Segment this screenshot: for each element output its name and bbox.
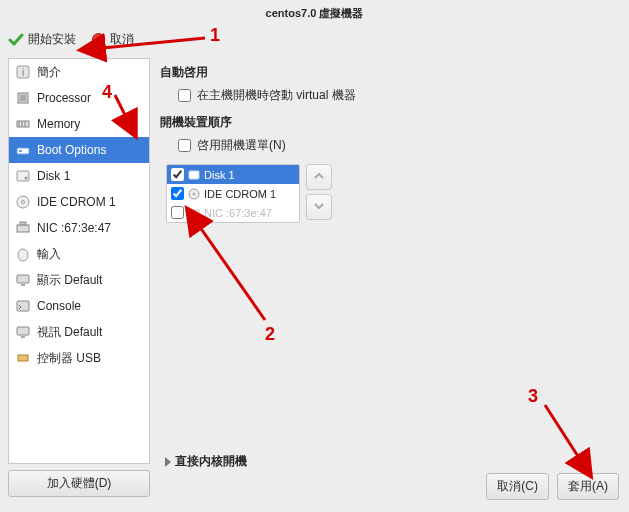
sidebar-item-overview[interactable]: i 簡介 <box>9 59 149 85</box>
window-title: centos7.0 虛擬機器 <box>0 0 629 29</box>
annotation-number-4: 4 <box>102 82 112 103</box>
sidebar-item-usb[interactable]: 控制器 USB <box>9 345 149 371</box>
svg-rect-20 <box>17 301 29 311</box>
autostart-label: 在主機開機時啓動 virtual 機器 <box>197 87 356 104</box>
sidebar-item-label: Processor <box>37 91 91 105</box>
svg-rect-16 <box>20 222 26 225</box>
cancel-install-label: 取消 <box>110 31 134 48</box>
svg-rect-15 <box>17 225 29 232</box>
sidebar-item-cdrom[interactable]: IDE CDROM 1 <box>9 189 149 215</box>
sidebar: i 簡介 Processor Memory Boot Opt <box>8 58 150 464</box>
toolbar: 開始安裝 取消 <box>0 29 629 58</box>
video-icon <box>15 324 31 340</box>
autostart-checkbox[interactable] <box>178 89 191 102</box>
sidebar-item-label: 視訊 Default <box>37 324 102 341</box>
sidebar-item-label: 輸入 <box>37 246 61 263</box>
sidebar-item-display[interactable]: 顯示 Default <box>9 267 149 293</box>
enable-boot-menu-label: 啓用開機選單(N) <box>197 137 286 154</box>
boot-item-checkbox[interactable] <box>171 168 184 181</box>
boot-item-label: Disk 1 <box>204 169 235 181</box>
direct-kernel-expander[interactable]: 直接内核開機 <box>165 453 247 470</box>
sidebar-item-label: IDE CDROM 1 <box>37 195 116 209</box>
sidebar-item-label: 控制器 USB <box>37 350 101 367</box>
input-icon <box>15 246 31 262</box>
disk-icon <box>188 169 200 181</box>
autostart-heading: 自動啓用 <box>160 64 621 81</box>
chevron-up-icon <box>313 170 325 185</box>
annotation-number-3: 3 <box>528 386 538 407</box>
svg-rect-22 <box>21 336 25 338</box>
svg-point-14 <box>22 201 25 204</box>
usb-icon <box>15 350 31 366</box>
svg-point-17 <box>18 249 28 261</box>
svg-point-26 <box>193 193 195 195</box>
svg-point-0 <box>92 34 104 46</box>
expand-icon <box>165 457 171 467</box>
svg-rect-10 <box>19 150 22 152</box>
direct-kernel-label: 直接内核開機 <box>175 454 247 468</box>
boot-item-label: IDE CDROM 1 <box>204 188 276 200</box>
svg-rect-21 <box>17 327 29 335</box>
move-up-button[interactable] <box>306 164 332 190</box>
svg-rect-27 <box>189 210 199 216</box>
sidebar-item-label: NIC :67:3e:47 <box>37 221 111 235</box>
sidebar-item-label: Memory <box>37 117 80 131</box>
sidebar-item-processor[interactable]: Processor <box>9 85 149 111</box>
svg-rect-9 <box>17 148 29 154</box>
check-icon <box>8 32 24 48</box>
enable-boot-menu-checkbox[interactable] <box>178 139 191 152</box>
boot-item-nic[interactable]: NIC :67:3e:47 <box>167 203 299 222</box>
annotation-number-2: 2 <box>265 324 275 345</box>
cpu-icon <box>15 90 31 106</box>
sidebar-item-disk1[interactable]: Disk 1 <box>9 163 149 189</box>
info-icon: i <box>15 64 31 80</box>
begin-install-label: 開始安裝 <box>28 31 76 48</box>
boot-icon <box>15 142 31 158</box>
cancel-install-button[interactable]: 取消 <box>90 31 134 48</box>
move-down-button[interactable] <box>306 194 332 220</box>
cancel-button[interactable]: 取消(C) <box>486 473 549 500</box>
sidebar-item-input[interactable]: 輸入 <box>9 241 149 267</box>
sidebar-item-console[interactable]: Console <box>9 293 149 319</box>
sidebar-item-label: 簡介 <box>37 64 61 81</box>
svg-rect-18 <box>17 275 29 283</box>
sidebar-item-label: Boot Options <box>37 143 106 157</box>
bootorder-heading: 開機裝置順序 <box>160 114 621 131</box>
sidebar-item-video[interactable]: 視訊 Default <box>9 319 149 345</box>
disk-icon <box>15 168 31 184</box>
console-icon <box>15 298 31 314</box>
chevron-down-icon <box>313 200 325 215</box>
annotation-number-1: 1 <box>210 25 220 46</box>
begin-install-button[interactable]: 開始安裝 <box>8 31 76 48</box>
svg-rect-23 <box>18 355 28 361</box>
apply-button[interactable]: 套用(A) <box>557 473 619 500</box>
sidebar-item-boot-options[interactable]: Boot Options <box>9 137 149 163</box>
boot-device-list[interactable]: Disk 1 IDE CDROM 1 NIC : <box>166 164 300 223</box>
sidebar-item-memory[interactable]: Memory <box>9 111 149 137</box>
svg-rect-11 <box>17 171 29 181</box>
memory-icon <box>15 116 31 132</box>
svg-rect-24 <box>189 171 199 179</box>
svg-point-12 <box>25 177 28 180</box>
boot-item-label: NIC :67:3e:47 <box>204 207 272 219</box>
svg-rect-4 <box>20 95 26 101</box>
add-hardware-button[interactable]: 加入硬體(D) <box>8 470 150 497</box>
boot-item-checkbox[interactable] <box>171 187 184 200</box>
svg-text:i: i <box>22 67 24 78</box>
stop-icon <box>90 32 106 48</box>
sidebar-item-label: Console <box>37 299 81 313</box>
sidebar-item-label: 顯示 Default <box>37 272 102 289</box>
svg-rect-19 <box>21 284 25 286</box>
cdrom-icon <box>15 194 31 210</box>
nic-icon <box>15 220 31 236</box>
cdrom-icon <box>188 188 200 200</box>
boot-item-disk1[interactable]: Disk 1 <box>167 165 299 184</box>
boot-item-cdrom[interactable]: IDE CDROM 1 <box>167 184 299 203</box>
sidebar-item-nic[interactable]: NIC :67:3e:47 <box>9 215 149 241</box>
boot-item-checkbox[interactable] <box>171 206 184 219</box>
sidebar-item-label: Disk 1 <box>37 169 70 183</box>
nic-icon <box>188 207 200 219</box>
display-icon <box>15 272 31 288</box>
